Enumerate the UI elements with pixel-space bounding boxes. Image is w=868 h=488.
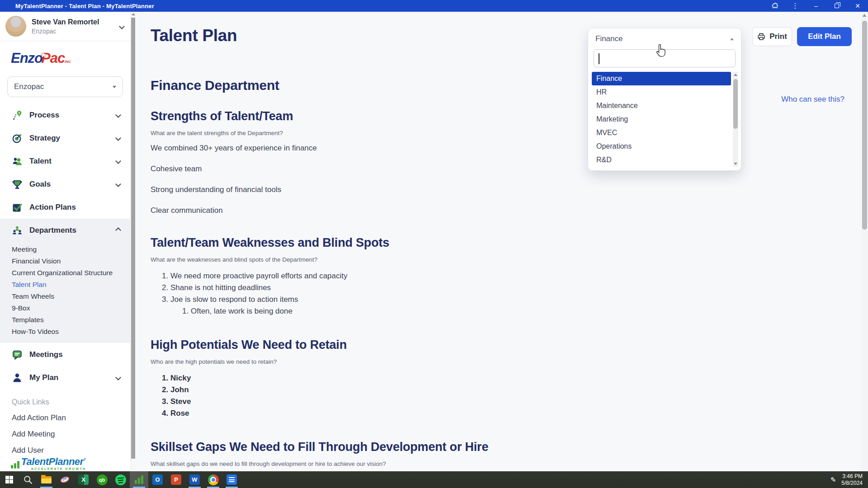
chevron-down-icon[interactable] xyxy=(115,135,121,141)
chevron-down-icon[interactable] xyxy=(115,112,121,118)
taskbar-spotify[interactable] xyxy=(111,471,130,488)
chevron-down-icon[interactable] xyxy=(115,181,121,187)
taskbar-quickbooks[interactable]: qb xyxy=(93,471,111,488)
checkbox-icon xyxy=(12,202,23,213)
subnav-item-talent-plan[interactable]: Talent Plan xyxy=(12,279,130,291)
taskbar: ✂ X qb O P W xyxy=(0,471,868,488)
scrollbar-thumb[interactable] xyxy=(862,21,867,230)
print-button[interactable]: Print xyxy=(752,27,792,46)
nested-list-item: Often, late work is being done xyxy=(191,305,660,317)
taskbar-powerpoint[interactable]: P xyxy=(167,471,185,488)
section-question: What are the talent strengths of the Dep… xyxy=(151,130,660,136)
sidebar-item-label: Strategy xyxy=(29,134,60,143)
maximize-button[interactable] xyxy=(826,0,847,12)
sidebar-item-departments[interactable]: Departments xyxy=(0,219,130,242)
windows-icon xyxy=(5,476,14,484)
sidebar-item-talent[interactable]: Talent xyxy=(0,150,130,173)
taskbar-file-explorer[interactable] xyxy=(37,471,56,488)
scroll-up-arrow-icon[interactable] xyxy=(132,13,135,15)
taskbar-chrome[interactable] xyxy=(204,471,222,488)
dropdown-search[interactable] xyxy=(594,49,736,67)
chevron-down-icon[interactable] xyxy=(115,158,121,164)
subnav-item-current-organizational-structure[interactable]: Current Organizational Structure xyxy=(12,267,130,279)
dropdown-option-rd[interactable]: R&D xyxy=(592,153,731,167)
subnav-item-meeting[interactable]: Meeting xyxy=(12,244,130,255)
scroll-up-arrow-icon[interactable] xyxy=(863,14,866,17)
dropdown-option-operations[interactable]: Operations xyxy=(592,140,731,153)
close-button[interactable]: ✕ xyxy=(847,0,868,12)
chevron-down-icon[interactable] xyxy=(119,23,125,29)
quick-links: Quick Links Add Action Plan Add Meeting … xyxy=(0,389,130,455)
company-select[interactable]: Enzopac xyxy=(7,76,123,97)
who-can-see-link[interactable]: Who can see this? xyxy=(781,95,844,104)
subnav-item-financial-vision[interactable]: Financial Vision xyxy=(12,255,130,267)
menu-kebab-icon[interactable]: ⋮ xyxy=(785,0,806,12)
section-heading: Strengths of Talent/Team xyxy=(151,109,660,123)
subnav-item-templates[interactable]: Templates xyxy=(12,314,130,326)
taskbar-snipping-tool[interactable]: ✂ xyxy=(56,471,74,488)
spotify-icon xyxy=(115,474,126,485)
dropdown-option-marketing[interactable]: Marketing xyxy=(592,113,731,126)
excel-icon: X xyxy=(78,474,89,485)
dropdown-option-maintenance[interactable]: Maintenance xyxy=(592,99,731,113)
avatar xyxy=(5,16,26,37)
dropdown-option-finance[interactable]: Finance xyxy=(592,72,731,85)
sidebar-item-strategy[interactable]: Strategy xyxy=(0,127,130,150)
chevron-down-icon[interactable] xyxy=(115,375,121,380)
sidebar-item-label: Departments xyxy=(29,226,76,235)
section-question: What skillset gaps do we need to fill th… xyxy=(151,460,660,467)
sidebar-scrollbar[interactable] xyxy=(130,12,136,471)
subnav-item-team-wheels[interactable]: Team Wheels xyxy=(12,291,130,302)
target-icon xyxy=(12,133,23,144)
caret-up-icon xyxy=(730,38,734,40)
taskbar-talentplanner[interactable] xyxy=(130,471,148,488)
scroll-up-arrow-icon[interactable] xyxy=(734,74,737,76)
quick-link-add-action-plan[interactable]: Add Action Plan xyxy=(12,413,130,422)
browser-titlebar: MyTalentPlanner - Talent Plan - MyTalent… xyxy=(0,0,868,12)
taskbar-search-button[interactable] xyxy=(19,471,37,488)
trophy-icon xyxy=(12,179,23,190)
user-card[interactable]: Steve Van Remortel Enzopac xyxy=(0,12,130,41)
dropdown-search-input[interactable] xyxy=(594,50,735,67)
search-icon xyxy=(23,475,33,485)
quick-link-add-meeting[interactable]: Add Meeting xyxy=(12,430,130,439)
sidebar-item-my-plan[interactable]: My Plan xyxy=(0,366,130,389)
edit-plan-button[interactable]: Edit Plan xyxy=(797,27,852,46)
sidebar-item-process[interactable]: Process xyxy=(0,103,130,127)
department-select[interactable]: Finance xyxy=(588,28,741,49)
sidebar-item-goals[interactable]: Goals xyxy=(0,173,130,196)
taskbar-outlook[interactable]: O xyxy=(148,471,167,488)
dropdown-option-list: Finance HR Maintenance Marketing MVEC Op… xyxy=(588,72,741,167)
section-high-potentials: High Potentials We Need to Retain Who ar… xyxy=(151,338,660,419)
subnav-item-9-box[interactable]: 9-Box xyxy=(12,302,130,314)
dropdown-option-hr[interactable]: HR xyxy=(592,85,731,99)
extensions-icon[interactable] xyxy=(764,0,785,12)
chevron-up-icon[interactable] xyxy=(115,227,121,233)
sidebar-item-action-plans[interactable]: Action Plans xyxy=(0,196,130,219)
section-weaknesses: Talent/Team Weaknesses and Blind Spots W… xyxy=(151,236,660,317)
taskbar-word[interactable]: W xyxy=(185,471,204,488)
taskbar-notes-app[interactable] xyxy=(222,471,241,488)
taskbar-clock[interactable]: 3:46 PM 5/8/2024 xyxy=(841,473,863,487)
sidebar: Steve Van Remortel Enzopac Enzo★PacINC E… xyxy=(0,12,130,471)
section-heading: Talent/Team Weaknesses and Blind Spots xyxy=(151,236,660,250)
departments-section: Departments Meeting Financial Vision Cur… xyxy=(0,219,130,343)
page-scrollbar[interactable] xyxy=(861,12,868,471)
sidebar-item-meetings[interactable]: Meetings xyxy=(0,343,130,366)
taskbar-excel[interactable]: X xyxy=(74,471,93,488)
scroll-down-arrow-icon[interactable] xyxy=(734,163,737,165)
quick-link-add-user[interactable]: Add User xyxy=(12,446,130,455)
screen: MyTalentPlanner - Talent Plan - MyTalent… xyxy=(0,0,868,488)
dropdown-scrollbar[interactable] xyxy=(733,72,738,167)
pen-icon[interactable]: ✎ xyxy=(830,476,836,484)
sidebar-item-label: My Plan xyxy=(29,373,58,382)
scrollbar-thumb[interactable] xyxy=(733,79,738,129)
list-item: John xyxy=(170,384,660,396)
start-button[interactable] xyxy=(0,471,19,488)
sidebar-item-label: Talent xyxy=(29,157,52,166)
window-title: MyTalentPlanner - Talent Plan - MyTalent… xyxy=(0,3,154,9)
scrollbar-thumb[interactable] xyxy=(131,18,135,459)
minimize-button[interactable]: – xyxy=(806,0,826,12)
subnav-item-how-to-videos[interactable]: How-To Videos xyxy=(12,326,130,338)
dropdown-option-mvec[interactable]: MVEC xyxy=(592,126,731,140)
